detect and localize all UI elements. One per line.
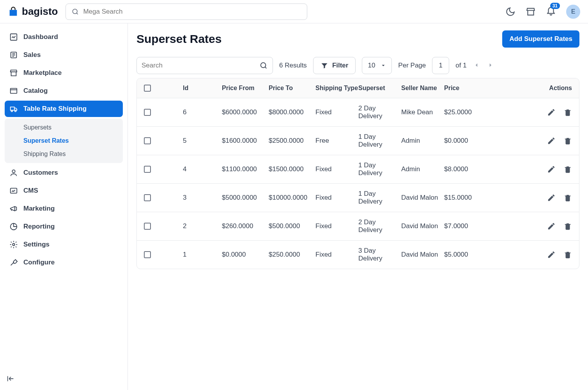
prev-page-icon[interactable]: [473, 62, 481, 69]
cell-superset: 1 Day Delivery: [358, 190, 401, 206]
sidebar-sub-supersets[interactable]: Supersets: [5, 121, 123, 134]
cell-price: $7.0000: [444, 222, 489, 230]
svg-point-0: [73, 9, 78, 14]
col-header-shipping-type[interactable]: Shipping Type: [315, 85, 358, 92]
svg-point-6: [12, 170, 15, 173]
cell-actions: [489, 136, 572, 145]
cell-price-from: $6000.0000: [222, 108, 269, 116]
cell-price-to: $250.0000: [269, 251, 315, 259]
cell-seller-name: Admin: [401, 165, 444, 173]
page-title: Superset Rates: [136, 32, 221, 46]
delete-icon[interactable]: [563, 108, 572, 117]
delete-icon[interactable]: [563, 136, 572, 145]
top-icons: 31 E: [505, 5, 580, 19]
delete-icon[interactable]: [563, 250, 572, 259]
cell-superset: 2 Day Delivery: [358, 105, 401, 120]
delete-icon[interactable]: [563, 165, 572, 174]
cell-shipping-type: Fixed: [315, 194, 358, 202]
sidebar-item-configure[interactable]: Configure: [5, 254, 123, 271]
table-row: 3 $5000.0000 $10000.0000 Fixed 1 Day Del…: [137, 183, 579, 212]
per-page-value: 10: [368, 62, 375, 69]
table-search-input[interactable]: [142, 62, 256, 69]
cell-price-to: $1500.0000: [269, 165, 315, 173]
dark-mode-icon[interactable]: [505, 7, 515, 17]
sidebar-item-marketplace[interactable]: Marketplace: [5, 65, 123, 81]
sidebar-item-label: CMS: [23, 187, 38, 195]
dashboard-icon: [9, 33, 18, 41]
bell-icon[interactable]: 31: [546, 7, 556, 17]
sidebar-item-customers[interactable]: Customers: [5, 165, 123, 181]
sidebar-sub-superset-rates[interactable]: Superset Rates: [5, 134, 123, 147]
cell-actions: [489, 193, 572, 202]
sidebar-item-dashboard[interactable]: Dashboard: [5, 29, 123, 45]
delete-icon[interactable]: [563, 193, 572, 202]
cell-shipping-type: Free: [315, 137, 358, 145]
cell-superset: 1 Day Delivery: [358, 161, 401, 177]
avatar[interactable]: E: [566, 5, 580, 19]
chevron-down-icon: [381, 63, 386, 68]
row-checkbox[interactable]: [144, 137, 151, 144]
table-search[interactable]: [136, 57, 273, 74]
cell-shipping-type: Fixed: [315, 108, 358, 116]
mega-search-input[interactable]: [83, 8, 301, 16]
avatar-initial: E: [571, 8, 576, 15]
cell-price-from: $0.0000: [222, 251, 269, 259]
logo[interactable]: bagisto: [8, 5, 58, 18]
svg-point-5: [15, 110, 16, 112]
page-input[interactable]: [432, 57, 449, 74]
cell-id: 5: [183, 137, 222, 145]
col-header-seller-name[interactable]: Seller Name: [401, 85, 444, 92]
edit-icon[interactable]: [547, 165, 556, 174]
filter-button[interactable]: Filter: [313, 57, 356, 74]
cell-shipping-type: Fixed: [315, 165, 358, 173]
sidebar-item-table-rate-shipping[interactable]: Table Rate Shipping: [5, 101, 123, 117]
col-header-price-to[interactable]: Price To: [269, 85, 315, 92]
cell-price-from: $1600.0000: [222, 137, 269, 145]
cell-seller-name: David Malon: [401, 251, 444, 259]
col-header-superset[interactable]: Superset: [358, 85, 401, 92]
table-row: 6 $6000.0000 $8000.0000 Fixed 2 Day Deli…: [137, 98, 579, 126]
svg-point-9: [12, 243, 15, 246]
notification-badge: 31: [550, 3, 560, 9]
row-checkbox[interactable]: [144, 109, 151, 116]
row-checkbox[interactable]: [144, 251, 151, 258]
table-row: 4 $1100.0000 $1500.0000 Fixed 1 Day Deli…: [137, 155, 579, 183]
add-superset-rates-button[interactable]: Add Superset Rates: [502, 30, 579, 48]
delete-icon[interactable]: [563, 222, 572, 230]
sidebar-item-marketing[interactable]: Marketing: [5, 200, 123, 217]
sidebar-sub-shipping-rates[interactable]: Shipping Rates: [5, 147, 123, 161]
select-all-checkbox[interactable]: [144, 85, 151, 92]
sidebar-item-catalog[interactable]: Catalog: [5, 83, 123, 99]
mega-search[interactable]: [66, 4, 307, 20]
sidebar-submenu: Supersets Superset Rates Shipping Rates: [5, 119, 123, 163]
store-icon[interactable]: [526, 7, 536, 17]
row-checkbox[interactable]: [144, 166, 151, 173]
sidebar-item-sales[interactable]: Sales: [5, 47, 123, 63]
col-header-price-from[interactable]: Price From: [222, 85, 269, 92]
collapse-sidebar-icon[interactable]: [6, 374, 15, 385]
edit-icon[interactable]: [547, 136, 556, 145]
settings-icon: [9, 240, 18, 249]
col-header-id[interactable]: Id: [183, 85, 222, 92]
sidebar-item-settings[interactable]: Settings: [5, 236, 123, 253]
edit-icon[interactable]: [547, 108, 556, 117]
sidebar-item-cms[interactable]: CMS: [5, 183, 123, 199]
results-count: 6 Results: [279, 62, 307, 69]
cell-price-from: $5000.0000: [222, 194, 269, 202]
cell-shipping-type: Fixed: [315, 222, 358, 230]
next-page-icon[interactable]: [487, 62, 495, 69]
edit-icon[interactable]: [547, 222, 556, 230]
sidebar-item-reporting[interactable]: Reporting: [5, 218, 123, 235]
edit-icon[interactable]: [547, 250, 556, 259]
sidebar-item-label: Settings: [23, 241, 50, 248]
filter-icon: [321, 62, 328, 69]
edit-icon[interactable]: [547, 193, 556, 202]
col-header-price[interactable]: Price: [444, 85, 489, 92]
row-checkbox[interactable]: [144, 223, 151, 230]
sidebar-item-label: Marketplace: [23, 69, 62, 77]
catalog-icon: [9, 87, 18, 95]
per-page-select[interactable]: 10: [362, 57, 392, 74]
search-icon: [71, 8, 79, 16]
row-checkbox[interactable]: [144, 194, 151, 201]
sidebar-item-label: Configure: [23, 259, 55, 266]
